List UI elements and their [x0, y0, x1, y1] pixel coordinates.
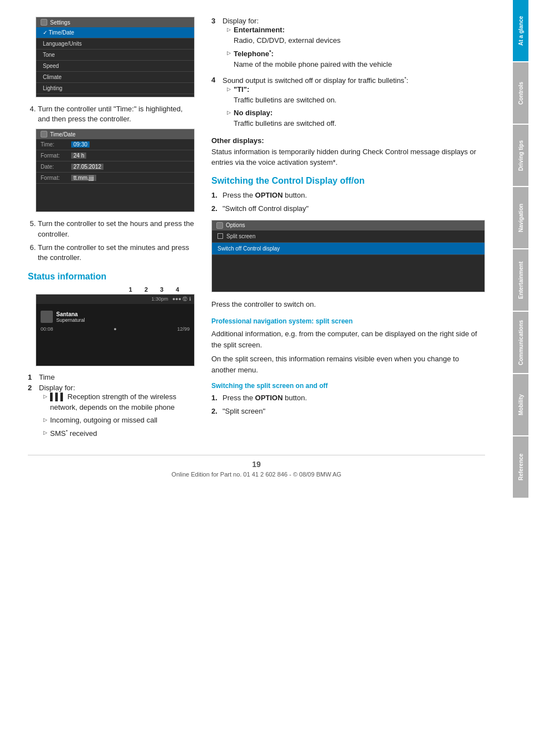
sidebar-tab-at-a-glance-label: At a glance — [518, 16, 524, 45]
footer-text: Online Edition for Part no. 01 41 2 602 … — [28, 471, 485, 478]
settings-item-speed: Speed — [36, 61, 194, 72]
step6-text: Turn the controller to set the minutes a… — [38, 243, 195, 263]
options-icon — [216, 222, 223, 229]
item4-bullet2: ▷ No display: Traffic bulletins are swit… — [227, 108, 408, 129]
sim-title-bar: Settings — [36, 17, 194, 27]
bullet-arrow-icon: ▷ — [43, 393, 47, 413]
item4-row: 4 Sound output is switched off or displa… — [211, 76, 485, 131]
pro-nav-text1: Additional information, e.g. from the co… — [211, 328, 485, 350]
sidebar-tab-reference-label: Reference — [518, 454, 524, 480]
status-sim: 1:30pm ●●● ⑫ ℹ Santana Supernatural — [36, 294, 194, 366]
track-number: 12/99 — [177, 326, 190, 332]
item3-bullet1-text: Entertainment: Radio, CD/DVD, external d… — [234, 25, 340, 46]
bullet-arrow-icon4: ▷ — [227, 26, 231, 46]
timedate-title-bar: Time/Date — [36, 129, 194, 139]
split-step2: 2. "Split screen" — [211, 406, 485, 417]
options-title-text: Options — [226, 222, 245, 228]
item4-text: Sound output is switched off or display … — [222, 76, 408, 85]
bullet-arrow-icon2: ▷ — [43, 416, 47, 426]
sidebar-tab-navigation-label: Navigation — [518, 203, 524, 232]
step4-container: Turn the controller until "Time:" is hig… — [28, 104, 195, 124]
signal-icon: ▌▌▌ — [50, 392, 66, 401]
step4-text: Turn the controller until "Time:" is hig… — [38, 104, 195, 124]
options-sim: Options Split screen Switch off Control … — [212, 220, 484, 292]
control-display-steps: 1. Press the OPTION button. 2. "Switch o… — [211, 190, 485, 214]
item3-label: Display for: — [222, 17, 392, 25]
other-displays-detail: Status information is temporarily hidden… — [211, 148, 476, 167]
item3-bullet2-text: Telephone*: Name of the mobile phone pai… — [234, 48, 392, 70]
pro-nav-section: Professional navigation system: split sc… — [211, 317, 485, 375]
sidebar-tab-entertainment[interactable]: Entertainment — [513, 249, 528, 311]
item3-bullets: ▷ Entertainment: Radio, CD/DVD, external… — [222, 25, 392, 70]
bullet-arrow-icon6: ▷ — [227, 86, 231, 106]
item4-bullets: ▷ "TI": Traffic bulletins are switched o… — [222, 85, 408, 129]
other-displays-section: Other displays: Status information is te… — [211, 135, 485, 168]
settings-item-timedate: ✓ Time/Date — [36, 27, 194, 38]
step5-text: Turn the controller to set the hours and… — [38, 219, 195, 239]
item2-num: 2 — [28, 384, 36, 392]
item2-label: Display for: — [39, 384, 195, 392]
item4-bullet1: ▷ "TI": Traffic bulletins are switched o… — [227, 85, 408, 106]
options-split-screen-item: Split screen — [212, 230, 484, 243]
settings-screenshot-wrapper: Settings ✓ Time/Date Language/Units Tone… — [28, 17, 195, 97]
status-heading: Status information — [28, 272, 195, 282]
sidebar-tab-controls[interactable]: Controls — [513, 62, 528, 124]
item4-num: 4 — [211, 76, 219, 84]
control-step2: 2. "Switch off Control display" — [211, 204, 485, 214]
control-step1-text: Press the OPTION button. — [222, 190, 307, 201]
sidebar-tab-driving-tips[interactable]: Driving tips — [513, 125, 528, 186]
album-art-icon — [41, 311, 53, 323]
sidebar-tab-communications-label: Communications — [518, 320, 524, 365]
item2-bullet1-text: ▌▌▌ Reception strength of the wireless n… — [50, 392, 195, 413]
bullet-arrow-icon7: ▷ — [227, 109, 231, 129]
status-number-labels: 1 2 3 4 — [28, 286, 195, 293]
options-item2-label: Switch off Control display — [217, 246, 280, 252]
settings-gear-icon — [41, 19, 47, 26]
split-screen-steps: 1. Press the OPTION button. 2. "Split sc… — [211, 393, 485, 417]
split-step2-text: "Split screen" — [222, 406, 265, 417]
page-footer: 19 Online Edition for Part no. 01 41 2 6… — [28, 455, 485, 478]
timedate-screenshot-wrapper: Time/Date Time: 09:30 Format: 24 h — [28, 129, 195, 212]
press-controller-text: Press the controller to switch on. — [211, 299, 485, 310]
item4-bullet1-text: "TI": Traffic bulletins are switched on. — [234, 85, 337, 106]
item1-row: 1 Time — [28, 373, 195, 381]
sidebar-tab-controls-label: Controls — [518, 81, 524, 104]
item2-bullet1: ▷ ▌▌▌ Reception strength of the wireless… — [43, 392, 195, 413]
album-title: Supernatural — [56, 317, 85, 323]
sidebar-tab-entertainment-label: Entertainment — [518, 261, 524, 298]
status-screenshot-wrapper: 1:30pm ●●● ⑫ ℹ Santana Supernatural — [28, 294, 195, 366]
other-displays-text: Other displays: Status information is te… — [211, 135, 485, 168]
sidebar-tab-communications[interactable]: Communications — [513, 312, 528, 373]
control-step2-text: "Switch off Control display" — [222, 204, 309, 214]
sidebar-tab-reference[interactable]: Reference — [513, 436, 528, 498]
sidebar-tab-mobility-label: Mobility — [518, 394, 524, 415]
status-info-screenshot: 1:30pm ●●● ⑫ ℹ Santana Supernatural — [36, 294, 195, 366]
num-label-4: 4 — [176, 286, 179, 293]
sidebar-tab-driving-tips-label: Driving tips — [518, 140, 524, 171]
other-displays-label: Other displays: — [211, 136, 264, 145]
item3-row: 3 Display for: ▷ Entertainment: Radio, C… — [211, 17, 485, 72]
item1-num: 1 — [28, 373, 36, 381]
settings-item-climate: Climate — [36, 72, 194, 83]
item2-row: 2 Display for: ▷ ▌▌▌ Reception strength … — [28, 384, 195, 441]
item3-bullet1: ▷ Entertainment: Radio, CD/DVD, external… — [227, 25, 392, 46]
settings-item-lighting: Lighting — [36, 83, 194, 94]
date-row: Date: 27.05.2012 — [36, 161, 194, 173]
split-screen-checkbox — [217, 233, 223, 239]
status-sim-bar: 1:30pm ●●● ⑫ ℹ — [36, 294, 194, 304]
settings-item-tone: Tone — [36, 50, 194, 61]
sidebar-tab-at-a-glance[interactable]: At a glance — [513, 0, 528, 61]
item3-bullet2: ▷ Telephone*: Name of the mobile phone p… — [227, 48, 392, 70]
options-menu-screenshot: Options Split screen Switch off Control … — [211, 220, 485, 292]
time-row: Time: 09:30 — [36, 139, 194, 150]
bullet-arrow-icon5: ▷ — [227, 50, 231, 70]
sidebar-tab-mobility[interactable]: Mobility — [513, 374, 528, 435]
timedate-title-text: Time/Date — [50, 131, 76, 138]
item2-bullet3: ▷ SMS* received — [43, 428, 195, 439]
pro-nav-heading: Professional navigation system: split sc… — [211, 317, 485, 325]
control-display-section: Switching the Control Display off/on 1. … — [211, 176, 485, 310]
sidebar-tab-navigation[interactable]: Navigation — [513, 187, 528, 248]
options-title-bar: Options — [212, 220, 484, 230]
split-step1-text: Press the OPTION button. — [222, 393, 307, 404]
status-section: Status information 1 2 3 4 — [28, 272, 195, 366]
